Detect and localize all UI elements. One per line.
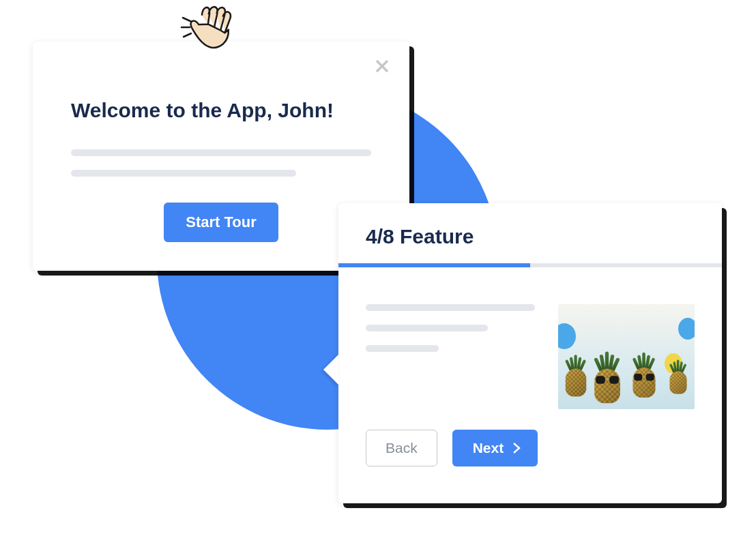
chevron-right-icon bbox=[512, 441, 521, 455]
waving-hand-icon bbox=[175, 0, 243, 60]
start-tour-button[interactable]: Start Tour bbox=[164, 203, 278, 242]
feature-image bbox=[558, 304, 695, 409]
next-button-label: Next bbox=[473, 440, 504, 456]
close-icon bbox=[375, 59, 390, 74]
svg-line-0 bbox=[183, 18, 190, 21]
feature-step-title: 4/8 Feature bbox=[338, 203, 722, 263]
close-button[interactable] bbox=[373, 57, 392, 76]
tooltip-pointer bbox=[323, 355, 338, 385]
welcome-body-placeholder bbox=[71, 149, 371, 177]
next-button[interactable]: Next bbox=[452, 430, 538, 466]
svg-line-2 bbox=[184, 33, 191, 37]
feature-tooltip: 4/8 Feature bbox=[338, 203, 722, 503]
feature-body-placeholder bbox=[366, 304, 535, 409]
welcome-title: Welcome to the App, John! bbox=[71, 99, 371, 122]
back-button[interactable]: Back bbox=[366, 430, 437, 466]
